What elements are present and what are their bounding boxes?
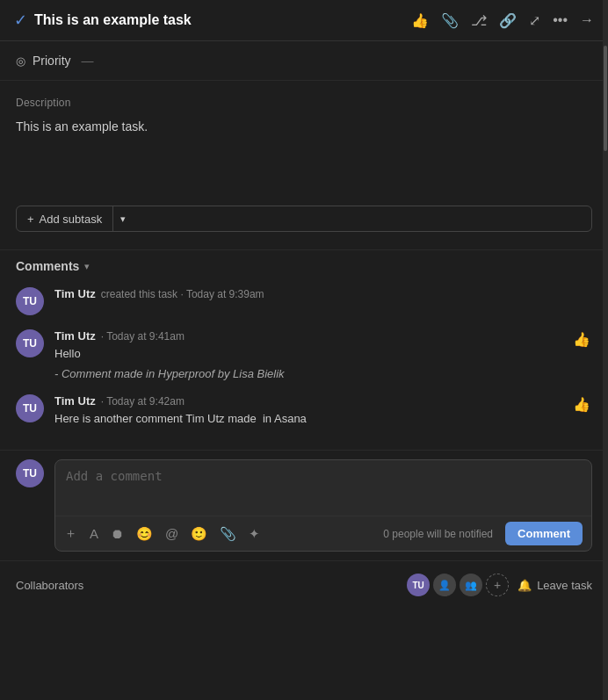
add-subtask-button[interactable]: + Add subtask ▾ [16, 206, 592, 232]
comment-actions: 👍 [571, 329, 592, 350]
comment-action: created this task · Today at 9:39am [101, 288, 264, 300]
priority-label: Priority [33, 54, 71, 68]
add-icon[interactable]: ＋ [64, 525, 77, 542]
comment-item: TU Tim Utz created this task · Today at … [16, 287, 592, 315]
priority-value: — [82, 54, 94, 68]
header-actions: 👍 📎 ⎇ 🔗 ⤢ ••• → [411, 12, 594, 29]
collaborators-avatars: TU 👤 👥 + [407, 574, 509, 596]
more-icon[interactable]: ••• [553, 12, 568, 28]
emoji-icon[interactable]: 😊 [136, 526, 153, 542]
notify-text: 0 people will be notified [383, 528, 493, 540]
add-subtask-label: Add subtask [40, 213, 103, 226]
magic-icon[interactable]: ✦ [249, 526, 260, 542]
expand-icon[interactable]: ⤢ [529, 12, 540, 29]
comment-input-box: ＋ A ⏺ 😊 @ 🙂 📎 ✦ 0 people will be notifie… [54, 459, 592, 552]
comments-chevron-icon: ▾ [84, 261, 90, 272]
comment-hyperproof-note: - Comment made in Hyperproof by Lisa Bie… [54, 367, 561, 380]
thumbsup-icon[interactable]: 👍 [411, 12, 429, 29]
title-area: ✓ This is an example task [14, 11, 402, 30]
comment-body: Tim Utz · Today at 9:41am Hello - Commen… [54, 329, 561, 380]
avatar: TU [16, 394, 44, 422]
task-header: ✓ This is an example task 👍 📎 ⎇ 🔗 ⤢ ••• … [0, 0, 608, 41]
bell-icon: 🔔 [518, 579, 532, 592]
scrollbar-thumb [604, 46, 607, 151]
add-subtask-main-button[interactable]: + Add subtask [17, 207, 112, 231]
close-icon[interactable]: → [580, 12, 594, 28]
comments-section: Comments ▾ TU Tim Utz created this task … [0, 249, 608, 450]
collaborators-label: Collaborators [16, 579, 398, 592]
comment-author: Tim Utz [54, 287, 96, 300]
subtask-area: + Add subtask ▾ [0, 197, 608, 249]
add-collaborator-button[interactable]: + [486, 574, 509, 596]
collaborator-group-icon: 👤 [433, 574, 456, 596]
record-icon[interactable]: ⏺ [111, 526, 124, 541]
task-title: This is an example task [34, 12, 192, 28]
branch-icon[interactable]: ⎇ [471, 12, 487, 29]
comment-author: Tim Utz [54, 329, 96, 343]
reaction-icon[interactable]: 🙂 [191, 526, 207, 542]
collaborator-avatar: TU [407, 574, 430, 596]
scrollbar[interactable] [603, 0, 608, 700]
comment-time: · Today at 9:41am [101, 330, 185, 343]
description-heading: Description [16, 97, 592, 109]
comment-actions: 👍 [571, 394, 592, 415]
attachment-toolbar-icon[interactable]: 📎 [220, 526, 236, 542]
comment-text: Hello [54, 346, 561, 362]
leave-task-button[interactable]: 🔔 Leave task [518, 579, 592, 592]
attachment-icon[interactable]: 📎 [441, 12, 459, 29]
comment-body: Tim Utz created this task · Today at 9:3… [54, 287, 592, 315]
comment-submit-button[interactable]: Comment [505, 522, 583, 545]
add-subtask-chevron-button[interactable]: ▾ [113, 208, 133, 230]
description-text[interactable]: This is an example task. [16, 118, 592, 188]
link-icon[interactable]: 🔗 [499, 12, 517, 29]
plus-icon: + [27, 213, 34, 226]
comment-meta: Tim Utz · Today at 9:42am [54, 394, 561, 408]
add-comment-area: TU ＋ A ⏺ 😊 @ 🙂 📎 ✦ 0 people will be noti… [0, 450, 608, 560]
check-icon[interactable]: ✓ [14, 11, 27, 30]
avatar: TU [16, 329, 44, 357]
comment-meta: Tim Utz created this task · Today at 9:3… [54, 287, 592, 300]
collaborator-group-icon2: 👥 [460, 574, 482, 596]
comment-text: Here is another comment Tim Utz made in … [54, 411, 561, 427]
leave-task-label: Leave task [537, 579, 592, 592]
comments-header[interactable]: Comments ▾ [16, 259, 592, 273]
comment-time: · Today at 9:42am [101, 395, 185, 408]
avatar: TU [16, 287, 44, 315]
comment-item: TU Tim Utz · Today at 9:42am Here is ano… [16, 394, 592, 427]
comment-input[interactable] [55, 460, 591, 513]
comment-author: Tim Utz [54, 394, 96, 408]
mention-icon[interactable]: @ [165, 526, 178, 541]
comments-heading: Comments [16, 259, 79, 273]
like-button[interactable]: 👍 [571, 329, 592, 350]
comment-meta: Tim Utz · Today at 9:41am [54, 329, 561, 343]
comment-body: Tim Utz · Today at 9:42am Here is anothe… [54, 394, 561, 427]
priority-icon: ◎ [16, 54, 25, 68]
description-section: Description This is an example task. [0, 81, 608, 197]
comment-item: TU Tim Utz · Today at 9:41am Hello - Com… [16, 329, 592, 380]
current-user-avatar: TU [16, 459, 44, 487]
collaborators-row: Collaborators TU 👤 👥 + 🔔 Leave task [0, 560, 608, 609]
comment-toolbar: ＋ A ⏺ 😊 @ 🙂 📎 ✦ 0 people will be notifie… [55, 516, 591, 551]
like-button[interactable]: 👍 [571, 394, 592, 415]
priority-row[interactable]: ◎ Priority — [0, 41, 608, 81]
text-format-icon[interactable]: A [90, 526, 98, 541]
